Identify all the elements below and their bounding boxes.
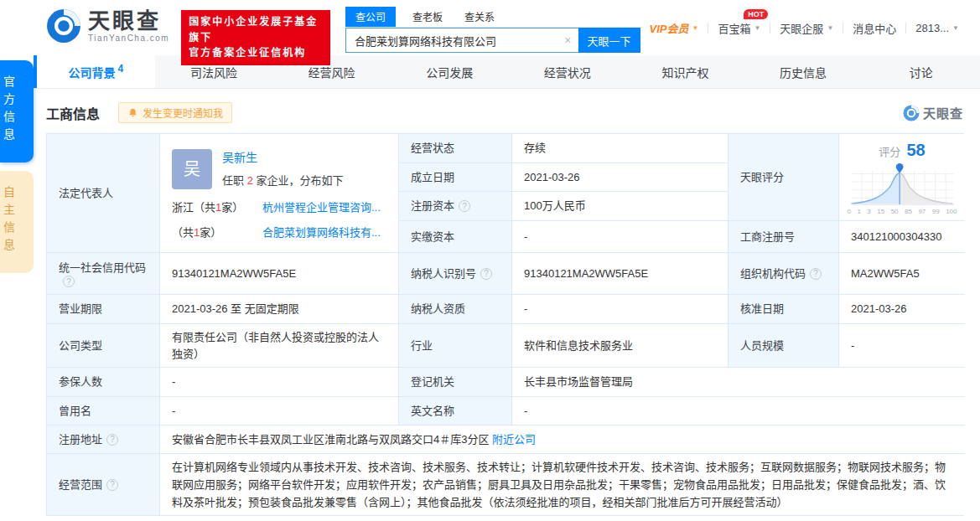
field-label-biz-term: 营业期限 [47, 295, 160, 324]
tab-operating-risk[interactable]: 经营风险 [272, 55, 391, 88]
notify-on-change-button[interactable]: 发生变更时通知我 [118, 102, 232, 123]
field-value-est-date: 2021-03-26 [512, 163, 729, 192]
help-icon[interactable]: ? [106, 479, 118, 491]
side-tab-official-info[interactable]: 官方信息 [0, 60, 34, 162]
tab-company-development[interactable]: 公司发展 [391, 55, 509, 88]
field-label-insured-count: 参保人数 [47, 368, 160, 397]
help-icon[interactable]: ? [106, 434, 118, 446]
field-label-company-type: 公司类型 [47, 324, 160, 368]
field-value-status: 存续 [512, 134, 729, 163]
search-button[interactable]: 天眼一下 [578, 28, 640, 53]
field-label-org-code: 组织机构代码? [729, 253, 839, 295]
dist-company-link[interactable]: 杭州誉程企业管理咨询... [262, 199, 386, 216]
chevron-down-icon: ▼ [827, 24, 833, 32]
search-input[interactable] [345, 28, 578, 53]
top-header: 天眼查 TianYanCha.com 国家中小企业发展子基金旗下 官方备案企业征… [0, 0, 980, 54]
field-value-credit-code: 91340121MA2WW5FA5E [160, 253, 399, 295]
account-menu[interactable]: 2813...▼ [906, 22, 968, 34]
chevron-down-icon: ▼ [692, 24, 699, 32]
field-label-approval-date: 核准日期 [729, 295, 839, 324]
field-label-industry: 行业 [399, 324, 512, 368]
field-value-approval-date: 2021-03-26 [839, 295, 965, 324]
business-info-table: 法定代表人 吴 吴新生 任职 2 家企业，分布如下 浙江（共1家） 杭州誉程企业… [46, 133, 964, 516]
field-label-credit-code: 统一社会信用代码? [47, 253, 160, 295]
dist-region: 浙江（共1家） [172, 199, 262, 216]
search-block: 查公司 查老板 查关系 × 天眼一下 [345, 7, 640, 53]
vip-member-menu[interactable]: VIP会员▼ [640, 20, 708, 36]
site-logo[interactable]: 天眼查 TianYanCha.com [46, 8, 169, 44]
field-value-reg-capital: 100万人民币 [512, 192, 729, 221]
legal-rep-avatar[interactable]: 吴 [172, 149, 212, 189]
search-tabs: 查公司 查老板 查关系 [345, 7, 640, 28]
brand-domain: TianYanCha.com [88, 34, 169, 43]
field-value-insured-count: - [160, 368, 399, 397]
legal-rep-cell: 吴 吴新生 任职 2 家企业，分布如下 浙江（共1家） 杭州誉程企业管理咨询..… [160, 134, 399, 253]
tab-discussion[interactable]: 讨论 [862, 55, 980, 88]
tab-intellectual-property[interactable]: 知识产权 [626, 55, 744, 88]
score-word: 评分 [879, 144, 900, 161]
nearby-companies-link[interactable]: 附近公司 [492, 431, 536, 448]
score-pin-icon [895, 163, 903, 173]
field-label-taxpayer-quali: 纳税人资质 [399, 295, 512, 324]
chevron-down-icon: ▼ [754, 24, 760, 32]
field-value-paid-capital: - [512, 221, 729, 253]
help-icon[interactable]: ? [459, 200, 470, 212]
tab-judicial-risk[interactable]: 司法风险 [155, 55, 273, 88]
field-label-tianyan-score: 天眼评分 [729, 134, 839, 221]
field-value-reg-authority: 长丰县市场监督管理局 [512, 368, 965, 397]
toolbox-menu[interactable]: HOT 百宝箱▼ [708, 20, 770, 36]
field-label-paid-capital: 实缴资本 [399, 221, 512, 253]
tianyan-score-cell[interactable]: 评分 58 [839, 134, 965, 221]
field-value-org-code: MA2WW5FA5 [839, 253, 965, 295]
score-axis: 0131550859799100 [848, 207, 957, 217]
search-tab-boss[interactable]: 查老板 [407, 7, 448, 27]
dist-region: （共1家） [172, 224, 262, 241]
tab-operating-status[interactable]: 经营状况 [509, 55, 627, 88]
help-icon[interactable]: ? [63, 276, 75, 287]
side-tab-self-info[interactable]: 自主信息 [0, 171, 34, 273]
company-nav-tabs: 公司背景4 司法风险 经营风险 公司发展 经营状况 知识产权 历史信息 讨论 [34, 55, 980, 89]
section-title: 工商信息 [46, 103, 100, 123]
search-tab-company[interactable]: 查公司 [345, 7, 396, 27]
field-value-taxpayer-id: 91340121MA2WW5FA5E [512, 253, 729, 295]
clear-search-icon[interactable]: × [564, 34, 571, 47]
field-label-status: 经营状态 [399, 134, 512, 163]
chevron-down-icon: ▼ [952, 24, 959, 32]
field-label-business-scope: 经营范围? [47, 454, 160, 515]
tianyancha-logo-icon [46, 8, 81, 44]
legal-rep-name-link[interactable]: 吴新生 [222, 149, 343, 167]
field-value-former-name: - [160, 397, 399, 426]
enterprise-service-menu[interactable]: 天眼企服▼ [770, 20, 843, 36]
dist-company-link[interactable]: 合肥菜划算网络科技有... [262, 224, 386, 241]
field-value-address: 安徽省合肥市长丰县双凤工业区淮南北路与双凤路交口4＃库3分区 附近公司 [160, 426, 965, 454]
field-label-address: 注册地址? [47, 426, 160, 454]
field-label-legal-rep: 法定代表人 [47, 134, 160, 253]
field-label-est-date: 成立日期 [399, 163, 512, 192]
brand-name: 天眼查 [88, 10, 169, 32]
field-value-biz-term: 2021-03-26 至 无固定期限 [160, 295, 399, 324]
field-value-company-type: 有限责任公司（非自然人投资或控股的法人独资） [160, 324, 399, 368]
search-tab-relation[interactable]: 查关系 [459, 7, 500, 27]
field-label-former-name: 曾用名 [47, 397, 160, 426]
field-value-english-name: - [512, 397, 965, 426]
field-value-staff-size: - [839, 324, 965, 368]
score-value: 58 [906, 137, 925, 162]
message-center-menu[interactable]: 消息中心 [843, 20, 905, 36]
field-label-reg-number: 工商注册号 [729, 221, 839, 253]
score-curve-chart [848, 162, 957, 206]
tianyancha-watermark: 天眼查 [903, 104, 963, 121]
field-label-taxpayer-id: 纳税人识别号? [399, 253, 512, 295]
tab-company-background[interactable]: 公司背景4 [37, 55, 155, 88]
field-value-business-scope: 在计算机网络专业领域内从事技术开发、技术咨询、技术服务、技术转让；计算机软硬件技… [160, 454, 965, 515]
header-menu: VIP会员▼ HOT 百宝箱▼ 天眼企服▼ 消息中心 2813...▼ [640, 20, 968, 36]
tab-history-info[interactable]: 历史信息 [744, 55, 863, 88]
tab-count-badge: 4 [117, 63, 123, 75]
help-icon[interactable]: ? [480, 268, 492, 280]
bell-icon [127, 107, 138, 118]
field-value-taxpayer-quali: - [512, 295, 729, 324]
field-label-reg-capital: 注册资本? [399, 192, 512, 221]
field-value-industry: 软件和信息技术服务业 [512, 324, 729, 368]
help-icon[interactable]: ? [810, 268, 822, 280]
left-rail: 官方信息 自主信息 [0, 60, 34, 273]
legal-rep-tenure: 任职 2 家企业，分布如下 [222, 173, 343, 189]
